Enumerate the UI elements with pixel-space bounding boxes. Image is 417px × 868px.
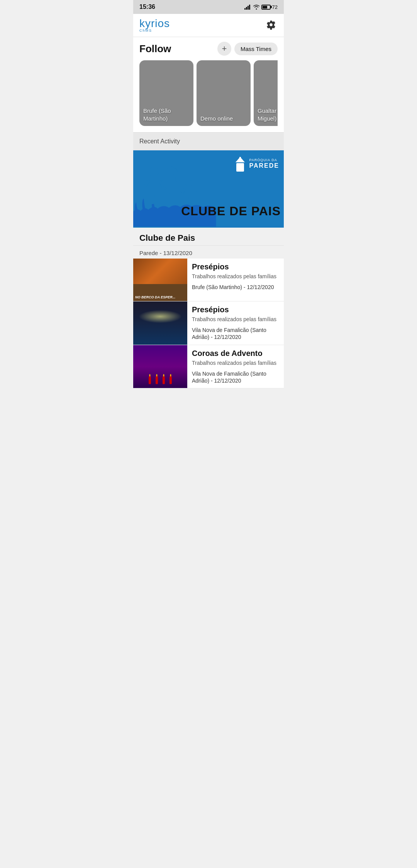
recent-activity-bar: Recent Activity [133,132,284,150]
logo-text: kyrios [139,18,170,30]
status-time: 15:36 [139,3,155,10]
activity-section-title: Clube de Pais [133,228,284,245]
candle-4 [170,376,172,384]
banner-clube-title: CLUBE DE PAIS [181,204,281,218]
activity-name: Coroas de Advento [192,349,279,358]
banner-container: PARÓQUIA DA PAREDE CLUBE DE PAIS [133,150,284,228]
activity-location: Vila Nova de Famalicão (Santo Adrião) - … [192,370,279,384]
svg-rect-1 [246,7,247,10]
activity-thumbnail [133,345,187,388]
activity-content: Presépios Trabalhos realizados pelas fam… [187,301,284,345]
logo-container: kyrios ChMS [139,18,170,33]
follow-actions: + Mass Times [217,42,278,56]
candle-2 [156,376,158,384]
app-header: kyrios ChMS [133,14,284,37]
parish-card-brufe[interactable]: Brufe (São Martinho) [139,60,193,126]
wifi-icon [253,4,260,10]
svg-rect-0 [244,8,246,10]
parish-card-label: Demo online [200,115,247,123]
follow-header: Follow + Mass Times [139,42,278,56]
svg-point-6 [186,180,193,187]
paroquia-logo: PARÓQUIA DA PAREDE [233,156,280,172]
activity-title-text: Clube de Pais [139,233,195,243]
activity-location: Brufe (São Martinho) - 12/12/2020 [192,284,279,291]
svg-rect-8 [238,166,240,169]
parede-label: PAREDE [249,162,280,169]
signal-icon [244,4,251,10]
battery-icon [261,5,271,10]
activity-list: NO BERCO DA ESPER... Presépios Trabalhos… [133,259,284,388]
settings-button[interactable] [264,18,278,32]
activity-thumbnail: NO BERCO DA ESPER... [133,259,187,301]
candle-1 [149,376,151,384]
svg-rect-2 [247,6,249,10]
activity-item[interactable]: Presépios Trabalhos realizados pelas fam… [133,301,284,345]
status-bar: 15:36 72 [133,0,284,14]
parish-card-label: Gualtar (São Miguel) [258,107,278,122]
church-icon [233,156,247,172]
logo-sub: ChMS [139,29,170,33]
activity-content: Presépios Trabalhos realizados pelas fam… [187,259,284,301]
activity-description: Trabalhos realizados pelas famílias [192,273,279,280]
activity-description: Trabalhos realizados pelas famílias [192,359,279,366]
candle-3 [163,376,165,384]
recent-activity-label: Recent Activity [139,138,180,145]
activity-content: Coroas de Advento Trabalhos realizados p… [187,345,284,388]
date-separator: Parede - 13/12/2020 [133,245,284,259]
thumb-candles [149,376,172,384]
svg-rect-3 [249,5,250,10]
activity-item[interactable]: NO BERCO DA ESPER... Presépios Trabalhos… [133,259,284,301]
thumb-text: NO BERCO DA ESPER... [135,295,185,299]
follow-title: Follow [139,43,171,55]
activity-description: Trabalhos realizados pelas famílias [192,316,279,323]
battery-fill [263,6,268,9]
parish-card-demo[interactable]: Demo online [197,60,251,126]
status-icons: 72 [244,4,278,10]
banner-logo-text: PARÓQUIA DA PAREDE [249,158,280,169]
follow-section: Follow + Mass Times Brufe (São Martinho)… [133,37,284,132]
gear-icon [266,20,276,30]
activity-location: Vila Nova de Famalicão (Santo Adrião) - … [192,327,279,340]
activity-name: Presépios [192,305,279,314]
svg-point-4 [149,167,158,177]
parish-card-label: Brufe (São Martinho) [143,107,190,122]
thumb-lights [139,310,182,323]
mass-times-button[interactable]: Mass Times [234,43,278,55]
paroquia-label: PARÓQUIA DA [249,158,277,162]
battery-level: 72 [272,4,278,10]
add-parish-button[interactable]: + [217,42,231,56]
parish-cards: Brufe (São Martinho) Demo online Gualtar… [139,60,278,132]
activity-thumbnail [133,301,187,345]
parish-card-gualtar[interactable]: Gualtar (São Miguel) [254,60,278,126]
date-separator-text: Parede - 13/12/2020 [139,250,192,256]
activity-name: Presépios [192,262,279,271]
svg-rect-10 [239,157,241,160]
activity-item[interactable]: Coroas de Advento Trabalhos realizados p… [133,345,284,389]
